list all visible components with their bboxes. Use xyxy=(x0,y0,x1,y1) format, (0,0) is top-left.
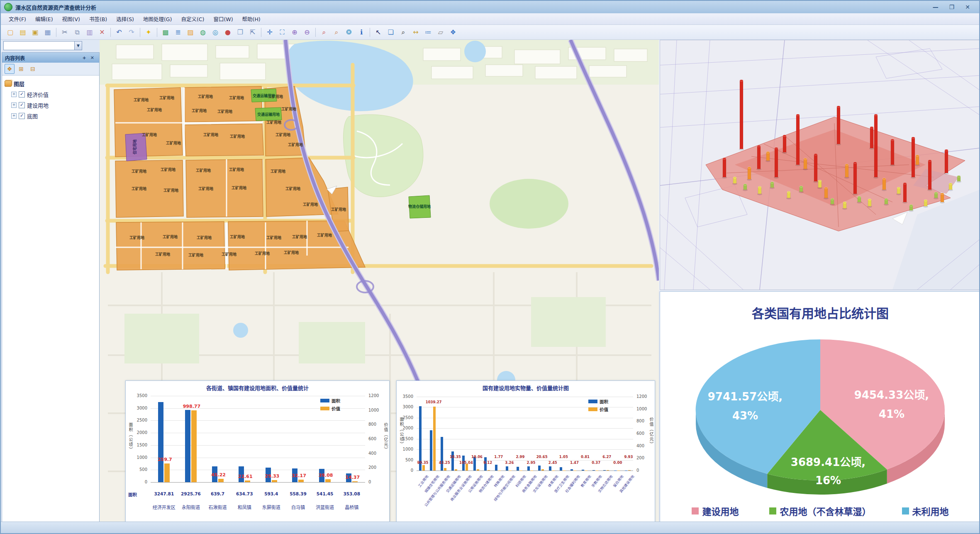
tree-root-layers[interactable]: 图层 xyxy=(4,78,98,89)
select-arrow-icon[interactable]: ↖ xyxy=(373,27,384,38)
identify-icon[interactable]: ℹ xyxy=(356,27,367,38)
area-bar[interactable] xyxy=(527,466,530,471)
tree-item-2[interactable]: +✓底图 xyxy=(4,110,98,121)
globe-stop-icon[interactable]: ● xyxy=(222,27,234,38)
area-bar[interactable] xyxy=(506,466,508,471)
menu-item-0[interactable]: 文件(F) xyxy=(5,14,30,24)
tile-windows-icon[interactable]: ❐ xyxy=(234,27,246,38)
menu-item-6[interactable]: 自定义(C) xyxy=(177,14,208,24)
redo-icon[interactable]: ↷ xyxy=(126,27,137,38)
value-bar[interactable] xyxy=(164,463,170,482)
close-button[interactable]: ✕ xyxy=(965,4,970,10)
save-icon[interactable]: ▣ xyxy=(29,27,41,38)
tree-item-1[interactable]: +✓建设用地 xyxy=(4,100,98,110)
open-folder-icon[interactable]: ▤ xyxy=(17,27,29,38)
value-bar[interactable] xyxy=(617,471,620,471)
value-bar[interactable] xyxy=(509,471,512,471)
layer-combo-input[interactable] xyxy=(4,41,74,50)
combo-dropdown-icon[interactable]: ▼ xyxy=(74,41,82,50)
print-icon[interactable]: ▦ xyxy=(42,27,54,38)
list-by-drawing-order-icon[interactable]: ❖ xyxy=(5,64,15,74)
value-bar[interactable] xyxy=(477,469,479,471)
new-document-icon[interactable]: ▢ xyxy=(5,27,16,38)
value-bar[interactable] xyxy=(466,464,468,471)
paste-icon[interactable]: ▥ xyxy=(84,27,95,38)
value-bar[interactable] xyxy=(298,480,304,482)
value-bar[interactable] xyxy=(422,465,425,471)
list-by-source-icon[interactable]: ⊞ xyxy=(16,64,26,74)
map-view-icon[interactable]: ▩ xyxy=(160,27,171,38)
menu-item-7[interactable]: 窗口(W) xyxy=(210,14,236,24)
new-map-icon[interactable]: ▨ xyxy=(185,27,196,38)
zoom-in-icon[interactable]: ⌕ xyxy=(318,27,330,38)
expand-icon[interactable]: + xyxy=(11,102,17,108)
value-bar[interactable] xyxy=(574,471,576,471)
area-bar[interactable] xyxy=(603,470,606,471)
pan-icon[interactable]: ✛ xyxy=(264,27,275,38)
overlap-icon[interactable]: ▱ xyxy=(435,27,446,38)
delete-icon[interactable]: ✕ xyxy=(96,27,108,38)
menu-item-4[interactable]: 选择(S) xyxy=(112,14,138,24)
layout-view-icon[interactable]: ≣ xyxy=(172,27,184,38)
area-bar[interactable] xyxy=(185,410,190,482)
menu-item-8[interactable]: 帮助(H) xyxy=(239,14,264,24)
value-bar[interactable] xyxy=(455,469,457,471)
restore-button[interactable]: ❐ xyxy=(949,4,955,10)
value-bar[interactable] xyxy=(325,479,331,482)
fixed-zoom-out-icon[interactable]: ⊖ xyxy=(301,27,313,38)
value-bar[interactable] xyxy=(552,471,555,471)
value-bar[interactable] xyxy=(596,471,598,471)
area-bar[interactable] xyxy=(441,437,443,471)
minimize-button[interactable]: — xyxy=(933,4,939,10)
value-bar[interactable] xyxy=(498,471,501,471)
value-bar[interactable] xyxy=(563,471,566,471)
menu-item-5[interactable]: 地图处理(G) xyxy=(139,14,176,24)
area-bar[interactable] xyxy=(570,469,573,471)
find-icon[interactable]: ⌕ xyxy=(397,27,409,38)
menu-item-2[interactable]: 视图(V) xyxy=(59,14,84,24)
layer-checkbox[interactable]: ✓ xyxy=(19,102,25,108)
tree-item-0[interactable]: +✓经济价值 xyxy=(4,89,98,100)
undo-icon[interactable]: ↶ xyxy=(113,27,125,38)
area-bar[interactable] xyxy=(158,402,163,482)
area-bar[interactable] xyxy=(592,470,595,471)
3d-scene-view[interactable] xyxy=(660,40,980,290)
area-bar[interactable] xyxy=(549,466,551,471)
area-bar[interactable] xyxy=(560,467,562,471)
value-bar[interactable] xyxy=(245,480,250,482)
expand-icon[interactable]: + xyxy=(11,92,17,97)
menu-item-3[interactable]: 书签(B) xyxy=(85,14,111,24)
value-bar[interactable] xyxy=(488,470,490,471)
layer-checkbox[interactable]: ✓ xyxy=(19,91,25,98)
measure-icon[interactable]: ↔ xyxy=(410,27,422,38)
settings-icon[interactable]: ❖ xyxy=(447,27,459,38)
value-bar[interactable] xyxy=(218,479,224,482)
value-bar[interactable] xyxy=(585,471,588,471)
value-bar[interactable] xyxy=(191,410,197,482)
menu-item-1[interactable]: 编辑(E) xyxy=(32,14,57,24)
area-bar[interactable] xyxy=(517,467,519,471)
value-bar[interactable] xyxy=(628,470,631,471)
value-bar[interactable] xyxy=(444,468,446,471)
fixed-zoom-in-icon[interactable]: ⊕ xyxy=(289,27,300,38)
toc-close-icon[interactable]: ✕ xyxy=(88,55,96,61)
value-bar[interactable] xyxy=(352,481,358,482)
cut-icon[interactable]: ✂ xyxy=(59,27,71,38)
copy-icon[interactable]: ⧉ xyxy=(71,27,83,38)
bookmark-list-icon[interactable]: ≔ xyxy=(422,27,434,38)
area-bar[interactable] xyxy=(495,465,497,471)
value-bar[interactable] xyxy=(607,470,609,471)
area-bar[interactable] xyxy=(538,466,541,471)
expand-icon[interactable]: + xyxy=(11,113,17,119)
layer-combo[interactable]: ▼ xyxy=(3,41,82,50)
scale-box-icon[interactable]: ⇱ xyxy=(247,27,258,38)
value-bar[interactable] xyxy=(272,480,277,482)
add-data-icon[interactable]: ✦ xyxy=(143,27,154,38)
pin-icon[interactable]: + xyxy=(80,55,88,61)
area-bar[interactable] xyxy=(582,470,584,471)
layer-checkbox[interactable]: ✓ xyxy=(19,113,25,119)
zoom-full-icon[interactable]: ⛶ xyxy=(276,27,288,38)
value-bar[interactable] xyxy=(520,471,522,471)
globe-refresh-icon[interactable]: ◎ xyxy=(210,27,221,38)
globe-view-icon[interactable]: ◍ xyxy=(197,27,209,38)
